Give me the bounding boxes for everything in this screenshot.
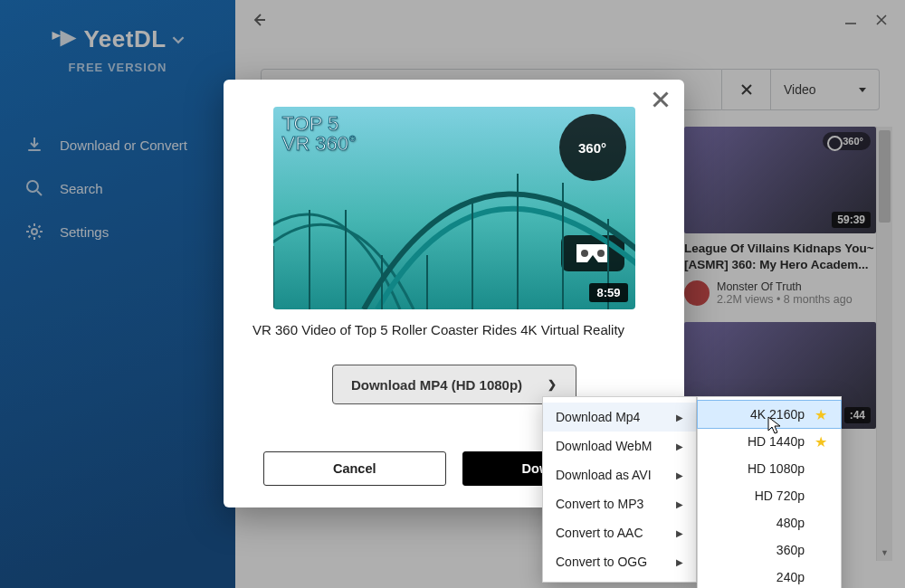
- resolution-option[interactable]: 480p: [698, 509, 841, 536]
- resolution-label: HD 1080p: [748, 461, 805, 476]
- context-menu-item[interactable]: Download as AVI▶: [543, 460, 696, 489]
- modal-video-title: VR 360 Video of Top 5 Roller Coaster Rid…: [252, 322, 637, 337]
- context-menu-label: Convert to AAC: [556, 526, 643, 540]
- resolution-option[interactable]: HD 720p: [698, 482, 841, 509]
- format-context-menu: Download Mp4▶Download WebM▶Download as A…: [542, 396, 697, 583]
- chevron-right-icon: ▶: [676, 470, 683, 480]
- modal-close-button[interactable]: [650, 89, 672, 110]
- resolution-label: HD 1440p: [748, 434, 805, 449]
- context-menu-label: Convert to OGG: [556, 555, 647, 569]
- context-menu-label: Convert to MP3: [556, 497, 643, 511]
- thumb-duration: 8:59: [589, 283, 627, 302]
- context-menu-item[interactable]: Convert to MP3▶: [543, 489, 696, 518]
- context-menu-label: Download WebM: [556, 439, 652, 453]
- resolution-label: 480p: [776, 516, 805, 530]
- context-menu-item[interactable]: Download Mp4▶: [543, 403, 696, 432]
- context-menu-item[interactable]: Convert to OGG▶: [543, 547, 696, 576]
- chevron-right-icon: ▶: [676, 413, 683, 422]
- chevron-right-icon: ▶: [676, 528, 683, 538]
- download-format-label: Download MP4 (HD 1080p): [351, 377, 522, 393]
- resolution-label: HD 720p: [755, 488, 805, 503]
- coaster-track-art: [273, 147, 635, 309]
- chevron-right-icon: ▶: [676, 557, 683, 567]
- star-icon: ★: [814, 406, 828, 423]
- context-menu-label: Download Mp4: [556, 410, 640, 424]
- download-format-button[interactable]: Download MP4 (HD 1080p) ❯: [332, 365, 576, 404]
- star-icon: ★: [814, 433, 828, 450]
- chevron-right-icon: ▶: [676, 499, 683, 509]
- resolution-label: 360p: [776, 543, 805, 557]
- resolution-option[interactable]: HD 1440p★: [698, 428, 841, 455]
- resolution-label: 4K 2160p: [750, 407, 805, 422]
- resolution-label: 240p: [776, 570, 805, 584]
- cancel-button[interactable]: Cancel: [263, 451, 446, 486]
- resolution-flyout: 4K 2160p★HD 1440p★HD 1080pHD 720p480p360…: [697, 396, 842, 588]
- context-menu-item[interactable]: Download WebM▶: [543, 432, 696, 460]
- chevron-right-icon: ▶: [676, 441, 683, 451]
- modal-video-thumbnail: TOP 5VR 360° 360° 8:59: [273, 107, 635, 309]
- resolution-option[interactable]: HD 1080p: [698, 455, 841, 482]
- resolution-option[interactable]: 240p: [698, 564, 841, 588]
- context-menu-item[interactable]: Convert to AAC▶: [543, 518, 696, 547]
- resolution-option[interactable]: 4K 2160p★: [698, 401, 841, 428]
- resolution-option[interactable]: 360p: [698, 536, 841, 564]
- context-menu-label: Download as AVI: [556, 468, 652, 482]
- chevron-right-icon: ❯: [548, 378, 557, 391]
